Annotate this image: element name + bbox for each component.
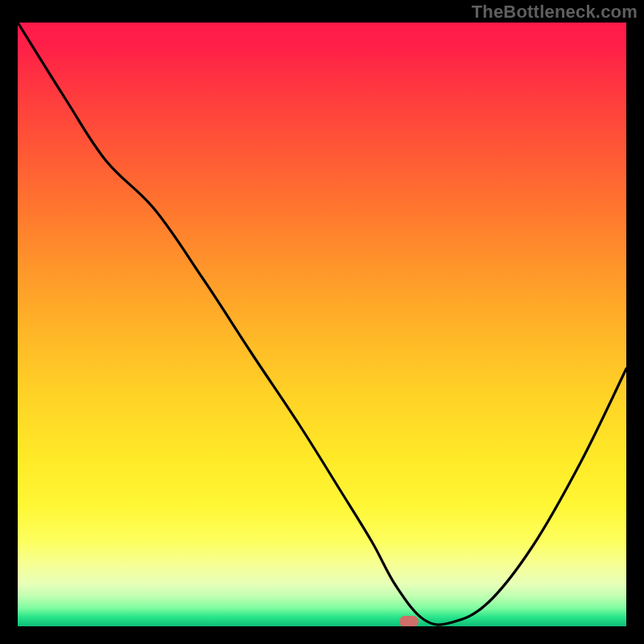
bottleneck-curve <box>18 23 626 626</box>
plot-area <box>18 23 626 626</box>
curve-path <box>18 23 626 625</box>
chart-frame: TheBottleneck.com <box>0 0 644 644</box>
watermark-text: TheBottleneck.com <box>472 2 638 23</box>
optimum-marker <box>399 616 419 626</box>
